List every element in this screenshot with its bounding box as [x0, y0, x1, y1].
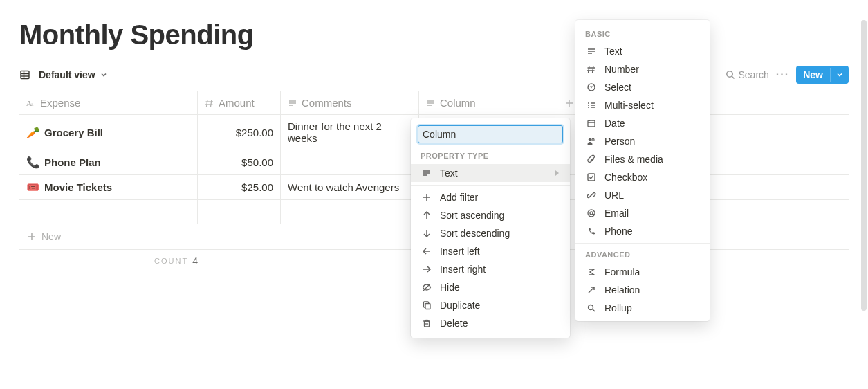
multiselect-icon [585, 100, 598, 110]
column-name-input[interactable] [418, 125, 563, 143]
menu-delete[interactable]: Delete [411, 314, 570, 332]
person-icon [585, 136, 598, 146]
menu-hide[interactable]: Hide [411, 278, 570, 296]
type-checkbox[interactable]: Checkbox [575, 168, 710, 186]
type-number[interactable]: Number [575, 60, 710, 78]
cell-amount[interactable]: $50.00 [198, 150, 281, 174]
property-type-row[interactable]: Text [411, 164, 570, 182]
search-icon [725, 69, 736, 80]
type-relation[interactable]: Relation [575, 281, 710, 299]
menu-sort-descending[interactable]: Sort descending [411, 224, 570, 242]
row-emoji: 📞 [26, 156, 40, 169]
arrow-down-icon [421, 228, 433, 238]
at-icon [585, 208, 598, 218]
column-header-amount[interactable]: Amount [198, 91, 281, 114]
menu-insert-right[interactable]: Insert right [411, 260, 570, 278]
type-url[interactable]: URL [575, 186, 710, 204]
scrollbar-thumb[interactable] [861, 20, 867, 311]
trash-icon [421, 318, 433, 328]
paperclip-icon [585, 154, 598, 164]
section-title-advanced: ADVANCED [575, 246, 710, 263]
section-title-basic: BASIC [575, 26, 710, 42]
column-header-comments[interactable]: Comments [281, 91, 419, 114]
arrow-right-icon [421, 264, 433, 274]
text-icon [585, 46, 598, 56]
svg-point-61 [592, 138, 594, 141]
menu-insert-left[interactable]: Insert left [411, 242, 570, 260]
relation-icon [585, 285, 598, 295]
svg-line-8 [207, 100, 208, 107]
svg-point-67 [589, 305, 593, 310]
svg-line-63 [590, 194, 593, 197]
chevron-down-icon [100, 71, 108, 79]
cell-comments[interactable]: Dinner for the next 2 weeks [281, 115, 419, 150]
type-email[interactable]: Email [575, 204, 710, 222]
svg-line-5 [732, 76, 734, 78]
menu-sort-ascending[interactable]: Sort ascending [411, 206, 570, 224]
row-emoji: 🥕 [26, 126, 40, 139]
column-options-popover: PROPERTY TYPE Text Add filter Sort ascen… [411, 118, 570, 338]
cell-comments[interactable]: Went to watch Avengers [281, 175, 419, 199]
text-icon [421, 168, 433, 178]
svg-point-4 [726, 71, 732, 77]
table-icon [19, 69, 30, 80]
new-button-dropdown[interactable] [830, 68, 849, 82]
search-label: Search [739, 69, 769, 80]
svg-line-45 [589, 66, 590, 73]
new-button[interactable]: New [796, 66, 849, 84]
duplicate-icon [421, 300, 433, 310]
section-title-property-type: PROPERTY TYPE [411, 147, 570, 164]
svg-point-60 [589, 138, 591, 141]
text-icon [288, 98, 297, 108]
formula-icon [585, 267, 598, 277]
svg-marker-25 [555, 170, 559, 176]
checkbox-icon [585, 172, 598, 182]
popover-scrollbar[interactable] [861, 20, 867, 336]
search-button[interactable]: Search [725, 69, 769, 80]
type-select[interactable]: Select [575, 78, 710, 96]
row-count[interactable]: COUNT 4 [19, 250, 198, 266]
svg-rect-35 [425, 321, 430, 327]
type-multiselect[interactable]: Multi-select [575, 96, 710, 114]
menu-add-filter[interactable]: Add filter [411, 188, 570, 206]
arrow-up-icon [421, 210, 433, 220]
title-icon: Aa [26, 98, 36, 108]
type-date[interactable]: Date [575, 114, 710, 132]
type-phone[interactable]: Phone [575, 222, 710, 240]
svg-line-9 [211, 100, 212, 107]
view-switcher[interactable]: Default view [19, 69, 108, 80]
menu-duplicate[interactable]: Duplicate [411, 296, 570, 314]
type-text[interactable]: Text [575, 42, 710, 60]
type-rollup[interactable]: Rollup [575, 299, 710, 317]
type-formula[interactable]: Formula [575, 263, 710, 281]
svg-line-66 [589, 287, 594, 293]
cell-comments[interactable] [281, 150, 419, 174]
svg-point-64 [588, 210, 595, 217]
more-button[interactable]: ··· [776, 69, 789, 81]
svg-rect-0 [21, 71, 29, 79]
page-title[interactable]: Monthly Spending [19, 19, 849, 51]
eye-off-icon [421, 282, 433, 292]
new-row-label: New [41, 231, 61, 242]
number-icon [205, 98, 214, 108]
chevron-right-icon [553, 170, 560, 177]
type-files[interactable]: Files & media [575, 150, 710, 168]
column-header-expense[interactable]: Aa Expense [19, 91, 198, 114]
select-icon [585, 82, 598, 92]
number-icon [585, 64, 598, 74]
type-person[interactable]: Person [575, 132, 710, 150]
svg-line-46 [593, 66, 594, 73]
cell-amount[interactable]: $250.00 [198, 115, 281, 150]
cell-amount[interactable]: $25.00 [198, 175, 281, 199]
new-button-label: New [796, 66, 830, 84]
property-type-popover: BASIC Text Number Select Multi-select Da… [575, 20, 710, 321]
svg-text:a: a [31, 101, 34, 107]
calendar-icon [585, 118, 598, 128]
text-icon [426, 98, 436, 108]
column-header-new-column[interactable]: Column [419, 91, 557, 114]
phone-icon [585, 226, 598, 236]
rollup-icon [585, 303, 598, 313]
svg-rect-56 [588, 120, 595, 127]
svg-line-68 [593, 309, 595, 311]
filter-icon [421, 192, 433, 202]
